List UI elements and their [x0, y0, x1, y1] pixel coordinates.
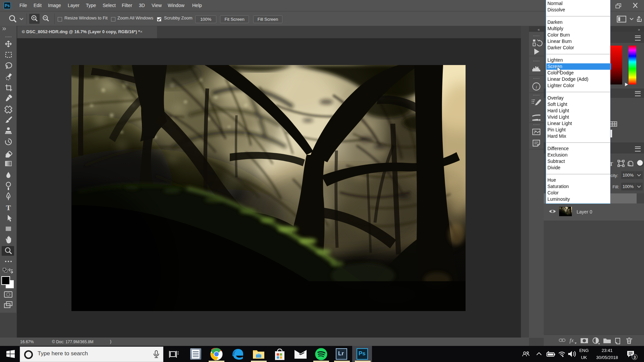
svg-text:fx: fx: [570, 337, 574, 344]
svg-text:i: i: [536, 84, 537, 89]
svg-text:T: T: [6, 203, 11, 212]
svg-text:3: 3: [634, 355, 636, 360]
